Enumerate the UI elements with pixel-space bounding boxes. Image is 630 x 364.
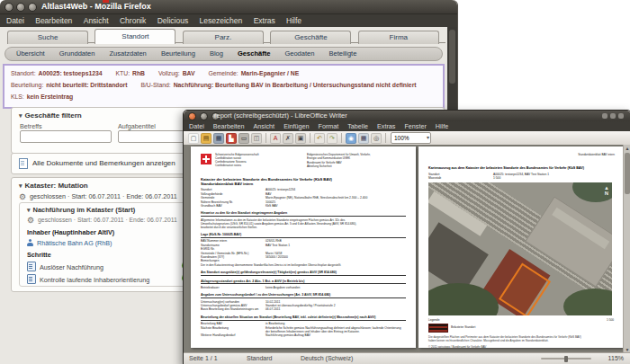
- language-indicator: Deutsch (Schweiz): [301, 353, 353, 364]
- section-heading: Lage (KbS-Nr. 100025.BAV): [201, 233, 406, 238]
- menu-lesezeichen[interactable]: Lesezeichen: [200, 14, 243, 28]
- subnav-blog[interactable]: Blog: [210, 49, 223, 58]
- document-scrollbar[interactable]: ▲ ▼: [623, 145, 630, 353]
- menu-ansicht[interactable]: Ansicht: [84, 14, 109, 28]
- map-notes: Die dargestellten Flächen und Perimeter …: [428, 336, 614, 350]
- preview-icon[interactable]: ◫: [251, 133, 262, 144]
- open-icon[interactable]: ▤: [201, 133, 212, 144]
- new-document-icon[interactable]: ▢: [188, 133, 199, 144]
- kataster-status: geschlossen · Start: 06.07.2011 · Ende: …: [30, 192, 177, 200]
- map-scale: 1:500: [607, 318, 614, 322]
- step-label[interactable]: Auslöser Nachführung: [40, 263, 104, 271]
- print-icon[interactable]: ▭: [238, 133, 249, 144]
- scrollbar-thumb[interactable]: [625, 153, 630, 194]
- firefox-menubar: Datei Bearbeiten Ansicht Chronik Delicio…: [0, 14, 457, 28]
- writer-toolbar: ▢▤▦▙▭◫A✗▣↶↷◉▦◎100%: [184, 131, 630, 146]
- menu-bearbeiten[interactable]: Bearbeiten: [35, 14, 72, 28]
- subnav-beteiligte[interactable]: Beteiligte: [328, 49, 356, 58]
- info-value: kein Ersteintrag: [27, 93, 73, 100]
- field-row: Betriebsdauerkeine Angaben vorhanden: [201, 286, 406, 289]
- inhaber-link[interactable]: Rhätische Bahn AG (RhB): [37, 239, 112, 247]
- menu-einfuegen[interactable]: Einfügen: [284, 121, 309, 131]
- tab-geschaefte[interactable]: Geschäfte: [270, 31, 351, 44]
- firefox-titlebar[interactable]: Altlast4Web - Mozilla Firefox: [0, 0, 457, 14]
- betreffs-input[interactable]: [20, 130, 112, 143]
- aufgabentitel-label: Aufgabentitel: [118, 122, 156, 130]
- menu-extras[interactable]: Extras: [377, 121, 395, 131]
- maximize-button[interactable]: [28, 3, 37, 12]
- spellcheck-icon[interactable]: A: [270, 133, 281, 144]
- menu-hilfe[interactable]: Hilfe: [436, 121, 448, 131]
- toolbar-separator: [310, 133, 310, 143]
- pdf-titlebar[interactable]: report (schreibgeschützt) - LibreOffice …: [184, 111, 630, 121]
- hyperlink-icon[interactable]: ◉: [346, 133, 356, 144]
- info-table: StandortA00025: testoeps1234 Vollzugsbeh…: [201, 188, 406, 208]
- close-button[interactable]: [4, 3, 14, 12]
- section-table: Untersuchung(en) vorhanden10.02.2011 Unt…: [201, 300, 406, 312]
- menu-chronik[interactable]: Chronik: [120, 14, 146, 28]
- trees: [563, 289, 612, 315]
- tab-firma[interactable]: Firma: [358, 31, 439, 44]
- info-value: RhB: [132, 70, 145, 76]
- nachfuehrung-status: geschlossen · Start: 06.07.2011 · Ende: …: [38, 217, 177, 223]
- scrollbar-thumb[interactable]: [449, 30, 455, 84]
- tab-parzellen[interactable]: Parz.: [183, 31, 264, 44]
- pdf-export-icon[interactable]: ▙: [226, 133, 237, 144]
- page-indicator: Seite 1 / 1: [189, 353, 218, 364]
- menu-ansicht[interactable]: Ansicht: [254, 121, 275, 131]
- info-value: A00025: testoeps1234: [39, 70, 103, 76]
- section-paragraph: Der in den Katastereintrag übernommene S…: [201, 263, 406, 267]
- subnav-uebersicht[interactable]: Übersicht: [16, 49, 45, 58]
- save-icon[interactable]: ▦: [213, 133, 224, 144]
- contaminated-site-swatch: [428, 324, 448, 333]
- subnav-geschaefte[interactable]: Geschäfte: [238, 49, 270, 58]
- menu-fenster[interactable]: Fenster: [404, 121, 426, 131]
- menu-datei[interactable]: Datei: [189, 121, 204, 131]
- find-icon[interactable]: ◎: [371, 133, 382, 144]
- betreffs-label: Betreffs: [20, 122, 42, 130]
- menu-extras[interactable]: Extras: [254, 14, 275, 28]
- info-label: KTU:: [116, 70, 130, 76]
- table-icon[interactable]: ▦: [358, 133, 369, 144]
- subnav-grunddaten[interactable]: Grunddaten: [59, 49, 95, 58]
- scroll-up-icon[interactable]: ▲: [624, 145, 630, 152]
- map-heading: Kartenauszug aus dem Kataster der belast…: [428, 166, 614, 171]
- redo-icon[interactable]: ↷: [327, 133, 338, 144]
- office-line: Abteilung Sicherheit: [307, 165, 341, 169]
- tab-suche[interactable]: Suche: [7, 31, 88, 44]
- menu-format[interactable]: Format: [319, 121, 339, 131]
- info-value: Marin-Epagnier / NE: [241, 70, 300, 76]
- section-heading: Ablagerungsstandort gemäss Art. 2 Abs. 1…: [201, 280, 406, 285]
- zoom-combo[interactable]: 100%: [391, 132, 431, 144]
- copy-icon[interactable]: ▣: [295, 133, 306, 144]
- minimize-button[interactable]: [16, 3, 25, 12]
- section-heading: Am Standort ausgeübte(r) gefährdungsrele…: [201, 271, 406, 276]
- section-table: Beurteilung BAVin Bearbeitung Nächste Be…: [201, 322, 406, 338]
- subnav-zusatzdaten[interactable]: Zusatzdaten: [110, 49, 147, 58]
- menu-tabelle[interactable]: Tabelle: [347, 121, 368, 131]
- subnav-bar: Übersicht Grunddaten Zusatzdaten Beurtei…: [4, 47, 443, 61]
- logo-line: Confederaziun svizra: [215, 164, 259, 168]
- menu-delicious[interactable]: Delicious: [158, 14, 189, 28]
- subnav-beurteilung[interactable]: Beurteilung: [161, 49, 195, 58]
- info-value: Nachführung: Beurteilung BAV in Bearbeit…: [174, 82, 417, 88]
- tab-standort[interactable]: Standort: [94, 29, 176, 44]
- toolbar-separator: [385, 133, 386, 143]
- indicator-icon: [610, 113, 616, 119]
- menu-datei[interactable]: Datei: [6, 14, 24, 28]
- minimize-button[interactable]: [200, 112, 208, 120]
- indicator-icon: [618, 113, 624, 119]
- undo-icon[interactable]: ↶: [314, 133, 325, 144]
- zoom-slider-thumb[interactable]: [564, 356, 568, 362]
- documents-link[interactable]: Alle Dokumente und Bemerkungen anzeigen: [32, 159, 176, 167]
- close-button[interactable]: [188, 112, 196, 120]
- writer-statusbar: Seite 1 / 1 Standard Deutsch (Schweiz) 1…: [184, 352, 630, 364]
- tab-strip: Suche Standort Parz. Geschäfte Firma: [7, 28, 446, 43]
- step-label[interactable]: Kontrolle laufende Inhaberorientierung: [40, 276, 149, 284]
- zoom-slider[interactable]: [541, 358, 591, 360]
- swiss-cross-logo-icon: [201, 154, 212, 164]
- subnav-geodaten[interactable]: Geodaten: [284, 49, 314, 58]
- cut-icon[interactable]: ✗: [283, 133, 293, 144]
- menu-bearbeiten[interactable]: Bearbeiten: [213, 121, 245, 131]
- menu-hilfe[interactable]: Hilfe: [286, 14, 302, 28]
